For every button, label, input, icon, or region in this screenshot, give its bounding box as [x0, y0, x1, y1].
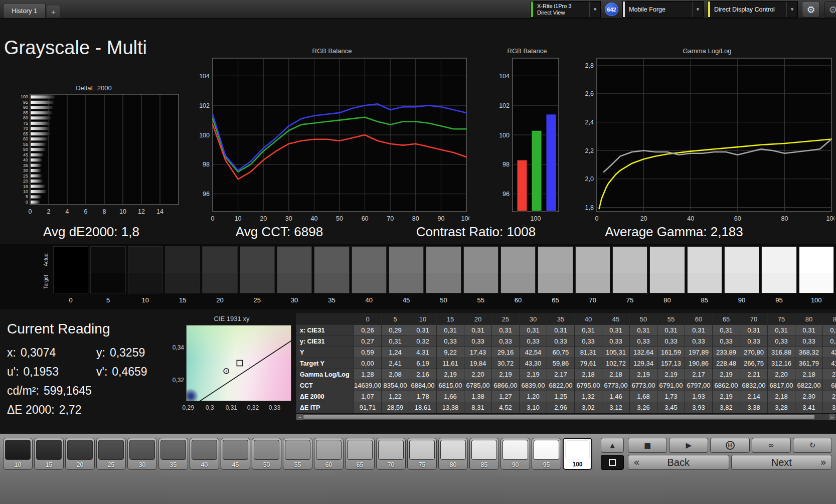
- corner-header: [296, 314, 354, 325]
- patch-colors: [687, 246, 722, 293]
- level-button-90[interactable]: 90: [500, 438, 530, 470]
- patch-actual: [538, 247, 572, 273]
- table-cell: 0,33: [823, 336, 836, 347]
- level-button-35[interactable]: 35: [158, 438, 188, 470]
- level-button-65[interactable]: 65: [345, 438, 375, 470]
- table-cell: 1,38: [464, 391, 492, 402]
- grayscale-patch-45: 45: [389, 246, 424, 304]
- table-cell: 0,59: [354, 347, 382, 358]
- table-cell: 6,19: [409, 358, 437, 369]
- continuous-read-button[interactable]: ∞: [752, 438, 791, 453]
- chevron-down-icon[interactable]: ▾: [786, 2, 797, 17]
- scrollbar-thumb[interactable]: [303, 415, 814, 419]
- patch-target: [240, 273, 274, 293]
- meter-count-badge[interactable]: 642: [605, 3, 618, 16]
- table-cell: 266,75: [740, 358, 768, 369]
- table-scrollbar[interactable]: ◄ ►: [296, 414, 836, 420]
- table-cell: 1,78: [409, 391, 437, 402]
- level-button-swatch: [409, 440, 435, 460]
- grayscale-patch-90: 90: [724, 246, 759, 304]
- history-tab[interactable]: History 1: [3, 3, 46, 18]
- reading-value: 0,3074: [21, 346, 56, 360]
- table-cell: 1,32: [575, 391, 602, 402]
- svg-text:50: 50: [23, 147, 28, 152]
- level-button-label: 30: [128, 460, 156, 469]
- level-button-25[interactable]: 25: [96, 438, 126, 470]
- table-cell: 0,33: [575, 336, 602, 347]
- svg-text:30: 30: [23, 168, 28, 173]
- table-cell: 28,59: [382, 402, 409, 413]
- level-button-20[interactable]: 20: [65, 438, 95, 470]
- grayscale-patch-25: 25: [240, 246, 275, 304]
- svg-text:1,8: 1,8: [585, 204, 594, 211]
- source-status-indicator: [623, 2, 625, 17]
- level-button-95[interactable]: 95: [532, 438, 561, 470]
- table-cell: 1,20: [520, 391, 547, 402]
- chevron-down-icon[interactable]: ▾: [589, 2, 600, 17]
- svg-text:102: 102: [199, 102, 210, 109]
- svg-text:6: 6: [84, 208, 88, 215]
- infinity-icon: ∞: [768, 441, 774, 450]
- patch-colors: [352, 246, 387, 293]
- level-button-label: 100: [564, 460, 591, 469]
- back-button[interactable]: « Back: [628, 455, 729, 470]
- display-control-selector[interactable]: Direct Display Control ▾: [708, 1, 798, 18]
- meter-selector[interactable]: X-Rite i1Pro 3 Direct View ▾: [531, 1, 601, 18]
- cie-x-tick-label: 0,32: [245, 404, 261, 411]
- level-button-85[interactable]: 85: [469, 438, 499, 470]
- level-button-70[interactable]: 70: [376, 438, 406, 470]
- scroll-up-button[interactable]: ▲: [601, 438, 624, 453]
- svg-text:10: 10: [23, 189, 28, 194]
- table-cell: 0,31: [437, 325, 464, 336]
- level-button-55[interactable]: 55: [283, 438, 312, 470]
- svg-text:100: 100: [199, 132, 210, 139]
- level-button-40[interactable]: 40: [190, 438, 219, 470]
- grayscale-patch-60: 60: [500, 246, 536, 304]
- table-cell: 0,00: [354, 358, 382, 369]
- grayscale-patch-20: 20: [202, 246, 237, 304]
- refresh-button[interactable]: ↻: [793, 438, 832, 453]
- patch-level-label: 75: [612, 296, 647, 304]
- patch-window-button[interactable]: [601, 455, 624, 470]
- level-button-60[interactable]: 60: [314, 438, 344, 470]
- table-cell: 129,34: [630, 358, 657, 369]
- table-cell: 0,31: [602, 325, 630, 336]
- source-selector[interactable]: Mobile Forge ▾: [622, 1, 704, 18]
- level-button-label: 15: [35, 460, 63, 469]
- table-cell: 3,82: [713, 402, 740, 413]
- table-cell: 3,38: [740, 402, 768, 413]
- reading-label: ΔE 2000:: [7, 403, 55, 417]
- scroll-left-icon[interactable]: ◄: [296, 414, 303, 420]
- level-button-30[interactable]: 30: [127, 438, 157, 470]
- table-cell: 6773,00: [630, 380, 657, 391]
- stop-button[interactable]: ■: [628, 438, 667, 453]
- chevron-down-icon[interactable]: ▾: [692, 2, 703, 17]
- patch-actual: [203, 247, 237, 273]
- h-mode-button[interactable]: H: [710, 438, 749, 453]
- level-button-45[interactable]: 45: [221, 438, 250, 470]
- table-row: Target Y0,002,416,1911,6119,8430,7243,30…: [296, 358, 836, 369]
- table-row: y: CIE310,270,310,320,330,330,330,330,33…: [296, 336, 836, 347]
- add-tab-button[interactable]: +: [47, 6, 60, 18]
- plus-icon: +: [51, 8, 56, 16]
- transport-controls: ■ ▶ H ∞ ↻ « Back Next »: [628, 438, 832, 470]
- play-button[interactable]: ▶: [669, 438, 708, 453]
- level-button-75[interactable]: 75: [407, 438, 437, 470]
- display-control-status-indicator: [708, 2, 710, 17]
- level-button-100[interactable]: 100: [563, 438, 592, 470]
- app-settings-button[interactable]: ⚙: [824, 1, 836, 18]
- scroll-right-icon[interactable]: ►: [829, 414, 835, 420]
- table-cell: 0,33: [547, 336, 575, 347]
- next-button[interactable]: Next »: [731, 455, 832, 470]
- settings-button[interactable]: ⚙: [802, 1, 820, 18]
- level-button-swatch: [98, 440, 124, 460]
- column-header-45: 45: [602, 314, 630, 325]
- table-cell: 6862,00: [713, 380, 740, 391]
- level-button-15[interactable]: 15: [34, 438, 64, 470]
- level-button-10[interactable]: 10: [3, 438, 33, 470]
- row-label: CCT: [296, 380, 354, 391]
- level-button-50[interactable]: 50: [252, 438, 281, 470]
- table-cell: 1,68: [630, 391, 657, 402]
- table-cell: 2,19: [713, 391, 740, 402]
- level-button-80[interactable]: 80: [438, 438, 468, 470]
